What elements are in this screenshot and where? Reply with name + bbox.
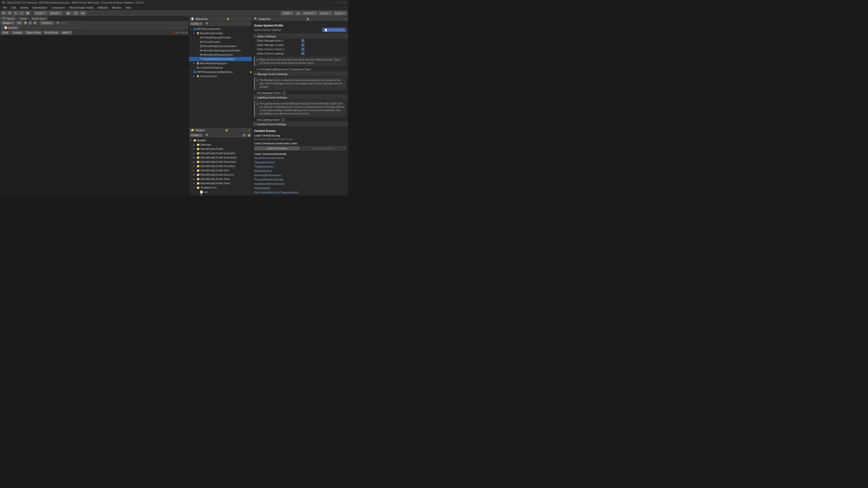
scene-SlateExample[interactable]: SlateExample bbox=[252, 186, 348, 190]
hierarchy-menu[interactable]: ≡ bbox=[249, 18, 250, 20]
collab-button[interactable]: Collab ▼ bbox=[281, 11, 294, 15]
console-collapse-btn[interactable]: Collapse bbox=[11, 31, 24, 35]
project-menu[interactable]: ≡ bbox=[249, 129, 250, 131]
tree-item-MixedRealitySceneSystem[interactable]: ▶ 📷 MixedRealitySceneSystem bbox=[189, 57, 252, 61]
load-prev-btn[interactable]: Load Prev Content bbox=[254, 146, 300, 151]
menu-edit[interactable]: Edit bbox=[9, 6, 18, 9]
scene-EyeTrackingDemo03[interactable]: EyeTrackingDemo-03-Navigation bbox=[252, 195, 348, 195]
center-pivot-toggle[interactable]: Center ▼ bbox=[34, 11, 48, 15]
menu-mrtk[interactable]: Mixed Reality Toolkit bbox=[67, 6, 95, 9]
close-button[interactable]: ✕ bbox=[342, 1, 346, 4]
cloud-button[interactable]: ☁ bbox=[295, 11, 301, 15]
scene-HandInteractionExamples[interactable]: HandInteractionExamples bbox=[252, 156, 348, 160]
menu-window[interactable]: Window bbox=[110, 6, 123, 9]
folder-mrtk-services[interactable]: ▶ 📁 MixedRealityToolkit.Services bbox=[189, 172, 252, 177]
account-button[interactable]: Account ▼ bbox=[302, 11, 317, 15]
folder-csc[interactable]: ▶ 📄 csc bbox=[189, 190, 252, 194]
scene-lock[interactable]: 🔒 bbox=[249, 71, 252, 73]
pause-button[interactable]: ⏸ bbox=[72, 11, 79, 15]
minimize-button[interactable]: — bbox=[334, 1, 338, 4]
console-editor-btn[interactable]: Editor ▼ bbox=[60, 31, 72, 35]
project-lock[interactable]: 🔒 bbox=[225, 129, 228, 131]
use-manager-scene-checkbox[interactable] bbox=[283, 92, 286, 94]
scene-TooltipExamples[interactable]: TooltipExamples bbox=[252, 164, 348, 169]
scene-PressableButtonExample[interactable]: PressableButtonExample bbox=[252, 177, 348, 182]
hierarchy-search[interactable]: 🔍 bbox=[204, 22, 251, 26]
tool-rotate[interactable]: ↻ bbox=[13, 11, 19, 15]
tool-scale[interactable]: ⤢ bbox=[19, 11, 24, 15]
folder-assets[interactable]: ▼ 📁 Assets bbox=[189, 138, 252, 142]
menu-file[interactable]: File bbox=[1, 6, 9, 9]
layers-button[interactable]: Layers ▼ bbox=[318, 11, 332, 15]
step-button[interactable]: ⏭ bbox=[80, 11, 86, 15]
tree-item-SceneContent[interactable]: ▶ 📦 SceneContent bbox=[189, 74, 252, 78]
tab-scene[interactable]: 🎬 Scene bbox=[0, 16, 17, 21]
menu-assets[interactable]: Assets bbox=[19, 6, 30, 9]
tool-hand[interactable]: ✥ bbox=[1, 11, 6, 15]
tree-item-MRTKExamplesHub[interactable]: ▼ 🌐 MRTKExamplesHub bbox=[189, 27, 252, 31]
layout-button[interactable]: Layout ▼ bbox=[333, 11, 347, 15]
editor-settings-header[interactable]: ▼ Editor Settings bbox=[252, 34, 348, 38]
audio-toggle[interactable]: 🔊 bbox=[28, 21, 32, 25]
documentation-btn[interactable]: 📄 Documentation bbox=[322, 28, 346, 32]
folder-mrtk[interactable]: ▶ 📁 MixedRealityToolkit bbox=[189, 147, 252, 151]
project-view-toggle[interactable]: ☰ bbox=[242, 133, 246, 137]
menu-gameobject[interactable]: GameObject bbox=[31, 6, 49, 9]
editor-enforce-scene-checkbox[interactable] bbox=[302, 48, 304, 51]
hierarchy-lock[interactable]: 🔒 bbox=[227, 18, 229, 20]
scene-EyeTrackingDemo02[interactable]: EyeTrackingDemo-02-TargetSelection bbox=[252, 190, 348, 195]
menu-help[interactable]: Help bbox=[124, 6, 133, 9]
global-local-toggle[interactable]: Global ▼ bbox=[49, 11, 62, 15]
shading-dropdown[interactable]: Shaded ▼ bbox=[1, 21, 15, 25]
project-search[interactable]: 🔍 bbox=[204, 133, 242, 137]
tree-item-MixedRealityDiagnosticsSystem[interactable]: ▶ 📷 MixedRealityDiagnosticsSystem bbox=[189, 48, 252, 53]
scene-ClippingExamples[interactable]: ClippingExamples bbox=[252, 160, 348, 164]
folder-textmesh-pro[interactable]: ▼ 📁 TextMesh Pro bbox=[189, 186, 252, 190]
tree-item-MixedRealityCameraSystem[interactable]: ▶ 📷 MixedRealityCameraSystem bbox=[189, 44, 252, 48]
folder-mrtk-tools[interactable]: ▶ 📁 MixedRealityToolkit.Tools bbox=[189, 181, 252, 186]
folder-mrtk-examples[interactable]: ▶ 📁 MixedRealityToolkit.Examples bbox=[189, 151, 252, 155]
console-error-pause-btn[interactable]: Error Pause bbox=[43, 31, 59, 35]
folder-mrtk-providers[interactable]: ▶ 📁 MixedRealityToolkit.Providers bbox=[189, 164, 252, 168]
menu-msbuild[interactable]: MSBuild bbox=[96, 6, 109, 9]
tree-item-MixedRealityPlayspace[interactable]: ▶ 📦 MixedRealityPlayspace bbox=[189, 61, 252, 65]
effects-toggle[interactable]: ✨ bbox=[33, 21, 37, 25]
editor-manage-build-checkbox[interactable] bbox=[302, 39, 304, 42]
lighting-scene-header[interactable]: ▼ Lighting Scene Settings bbox=[252, 95, 348, 100]
editor-manage-loaded-checkbox[interactable] bbox=[302, 43, 304, 46]
tree-item-FocusProvider[interactable]: ▶ 📷 FocusProvider bbox=[189, 40, 252, 44]
tree-item-MRTKExamplesHubMainMenu[interactable]: ▼ 🌐 MRTKExamplesHubMainMenu 🔒 bbox=[189, 70, 252, 74]
tab-game[interactable]: Game bbox=[17, 16, 29, 21]
gizmos-dropdown[interactable]: Gizmos ▼ bbox=[40, 21, 54, 25]
console-clear-btn[interactable]: Clear bbox=[1, 31, 10, 35]
scene-BoundingBoxExamples[interactable]: BoundingBoxExamples bbox=[252, 173, 348, 177]
hierarchy-create-btn[interactable]: Create ▼ bbox=[190, 22, 203, 26]
play-button[interactable]: ▶ bbox=[65, 11, 72, 15]
folder-mrtk-generated[interactable]: ▶ 📁 MixedRealityToolkit.Generated bbox=[189, 160, 252, 164]
scene-search[interactable]: 🔍 Search... bbox=[55, 21, 84, 25]
console-clear-on-play-btn[interactable]: Clear on Play bbox=[25, 31, 42, 35]
tool-move[interactable]: ✚ bbox=[7, 11, 12, 15]
menu-component[interactable]: Component bbox=[50, 6, 67, 9]
folder-link[interactable]: ▶ 📄 link bbox=[189, 194, 252, 195]
tree-item-MixedRealityToolkit[interactable]: ▼ 📦 MixedRealityToolkit bbox=[189, 31, 252, 35]
use-lighting-scene-checkbox[interactable] bbox=[282, 118, 284, 121]
scene-HandBasedMenuExample[interactable]: HandBasedMenuExample bbox=[252, 182, 348, 186]
tab-asset-store[interactable]: Asset Store bbox=[29, 16, 48, 21]
folder-mrtk-sdk[interactable]: ▶ 📁 MixedRealityToolkit.SDK bbox=[189, 168, 252, 172]
tree-item-MixedRealityInputSystem[interactable]: ▶ 📷 MixedRealityInputSystem bbox=[189, 53, 252, 57]
folder-mrtk-extensions[interactable]: ▶ 📁 MixedRealityToolkit.Extensions bbox=[189, 155, 252, 160]
load-next-btn[interactable]: Load Next Content bbox=[301, 146, 346, 151]
console-tab[interactable]: 📋 Console bbox=[2, 26, 19, 30]
lighting-toggle[interactable]: 💡 bbox=[24, 21, 27, 25]
scene-MaterialGallery[interactable]: MaterialGallery bbox=[252, 169, 348, 173]
project-lock-btn[interactable]: 🔒 bbox=[247, 133, 251, 137]
tree-item-LoadHubOnStartup[interactable]: ▶ 📷 LoadHubOnStartup bbox=[189, 65, 252, 70]
tree-item-DefaultRaycastProvider[interactable]: ▶ 📷 DefaultRaycastProvider bbox=[189, 35, 252, 40]
folder-materials[interactable]: ▶ 📁 Materials bbox=[189, 142, 252, 147]
project-create-btn[interactable]: Create ▼ bbox=[190, 133, 203, 137]
inspector-menu[interactable]: ≡ bbox=[345, 18, 346, 20]
mode-2d[interactable]: 2D bbox=[16, 21, 23, 25]
inspector-lock[interactable]: 🔒 bbox=[306, 18, 309, 20]
permitted-lighting-header[interactable]: ▶ Permitted Lighting Scene Component Typ… bbox=[252, 67, 348, 71]
